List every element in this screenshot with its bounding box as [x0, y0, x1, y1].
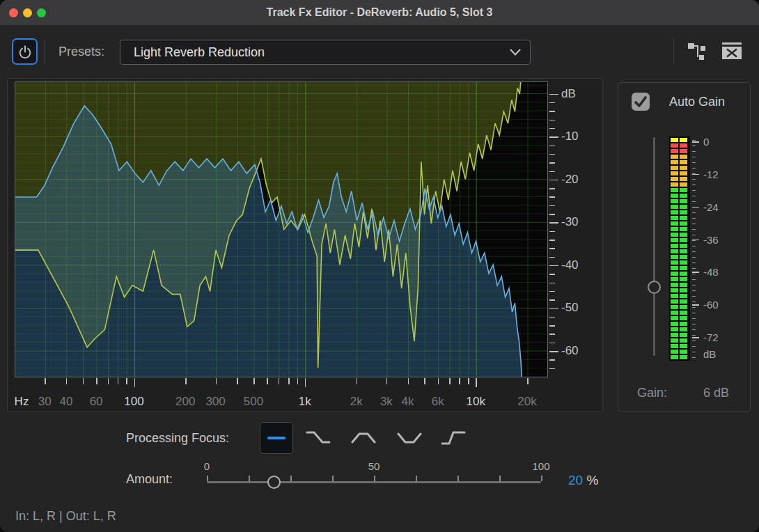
meter-segment: [671, 210, 678, 214]
db-axis-label: -10: [561, 130, 579, 143]
meter-tick: [692, 201, 696, 202]
meter-segment: [680, 205, 687, 209]
meter-tick: [692, 196, 696, 196]
meter-segment: [680, 249, 687, 253]
meter-segment: [671, 277, 678, 281]
meter-tick: [692, 224, 696, 224]
db-tick: [549, 265, 558, 267]
freq-axis-label: 10k: [466, 395, 485, 409]
meter-segment: [680, 350, 687, 354]
meter-tick: [692, 251, 696, 252]
meter-segment: [680, 333, 687, 337]
freq-axis-label: 100: [124, 395, 143, 409]
db-tick: [549, 146, 555, 147]
meter-segment: [671, 143, 678, 148]
focus-high-cut-button[interactable]: [302, 422, 334, 454]
flat-line-icon: [267, 437, 285, 439]
effect-power-toggle[interactable]: [12, 38, 38, 65]
amount-tick: [290, 476, 292, 481]
meter-tick: [692, 263, 696, 263]
presets-dropdown[interactable]: Light Reverb Reduction: [120, 40, 531, 65]
meter-tick: [692, 324, 696, 324]
meter-scale-label: -36: [703, 233, 719, 245]
freq-tick: [216, 378, 217, 384]
freq-tick: [438, 378, 439, 384]
meter-segment: [680, 199, 687, 203]
meter-segment: [671, 333, 678, 337]
amount-slider-track[interactable]: [207, 481, 541, 483]
freq-tick: [253, 378, 255, 384]
amount-value-group: 20 %: [568, 473, 598, 488]
freq-tick: [267, 378, 268, 384]
toolbar-separator-2: [673, 38, 674, 63]
db-tick: [549, 128, 555, 130]
db-tick: [549, 308, 558, 310]
meter-tick: [692, 168, 696, 169]
meter-segment: [671, 327, 678, 331]
meter-tick: [692, 313, 696, 313]
meter-segment: [671, 221, 678, 226]
amount-scale-label: 100: [532, 460, 549, 472]
meter-segment: [680, 272, 687, 276]
meter-segment: [671, 272, 678, 276]
db-tick: [549, 154, 555, 155]
meter-tick: [692, 352, 696, 352]
meter-tick: [692, 179, 696, 180]
meter-tick: [692, 279, 696, 280]
freq-tick-major: [305, 378, 306, 387]
db-tick: [549, 257, 555, 258]
meter-tick-major: [692, 272, 699, 273]
meter-segment: [671, 171, 678, 175]
close-effect-button[interactable]: [720, 40, 744, 61]
db-axis-label: -40: [561, 258, 579, 272]
db-tick: [549, 231, 555, 233]
freq-tick: [357, 378, 358, 384]
meter-segment: [671, 338, 678, 343]
gain-value: 6 dB: [686, 386, 729, 400]
meter-segment: [680, 294, 687, 298]
meter-tick: [692, 190, 696, 191]
freq-tick: [527, 378, 529, 384]
effects-rack-routing-button[interactable]: [685, 40, 709, 61]
meter-tick: [692, 346, 696, 347]
close-panel-icon: [721, 42, 742, 60]
meter-segment: [680, 311, 687, 315]
meter-segment: [671, 305, 678, 309]
db-axis-label: dB: [561, 87, 576, 101]
meter-tick: [692, 285, 696, 285]
focus-high-rise-button[interactable]: [437, 422, 469, 454]
meter-segment: [680, 194, 687, 198]
amount-tick: [416, 476, 417, 481]
meter-tick: [692, 229, 696, 230]
meter-tick-major: [692, 174, 699, 175]
focus-mid-band-button[interactable]: [347, 422, 380, 454]
amount-unit: %: [586, 473, 598, 487]
meter-segment: [671, 266, 678, 270]
meter-segment: [671, 316, 678, 320]
freq-tick: [118, 378, 119, 384]
amount-label: Amount:: [126, 472, 173, 487]
meter-segment: [680, 283, 687, 287]
meter-segment: [680, 182, 687, 187]
focus-all-frequencies-button[interactable]: [260, 422, 293, 454]
amount-slider-thumb[interactable]: [267, 476, 281, 489]
meter-tick: [692, 307, 696, 308]
db-tick: [549, 222, 558, 224]
freq-tick: [185, 378, 187, 384]
focus-mid-notch-button[interactable]: [393, 422, 425, 454]
auto-gain-checkbox[interactable]: [632, 93, 650, 111]
meter-segment: [680, 260, 687, 265]
gain-slider-thumb[interactable]: [648, 281, 661, 294]
meter-tick: [692, 318, 696, 319]
meter-tick: [692, 274, 696, 274]
db-tick: [549, 359, 555, 361]
meter-segment: [671, 350, 678, 354]
meter-segment: [680, 160, 687, 164]
meter-segment: [671, 294, 678, 298]
freq-tick: [297, 378, 299, 384]
db-tick: [549, 205, 555, 207]
spectrum-display: [15, 81, 548, 377]
amount-scale-label: 50: [368, 460, 380, 472]
high-rise-curve-icon: [441, 429, 466, 447]
gain-slider-track[interactable]: [653, 137, 655, 356]
